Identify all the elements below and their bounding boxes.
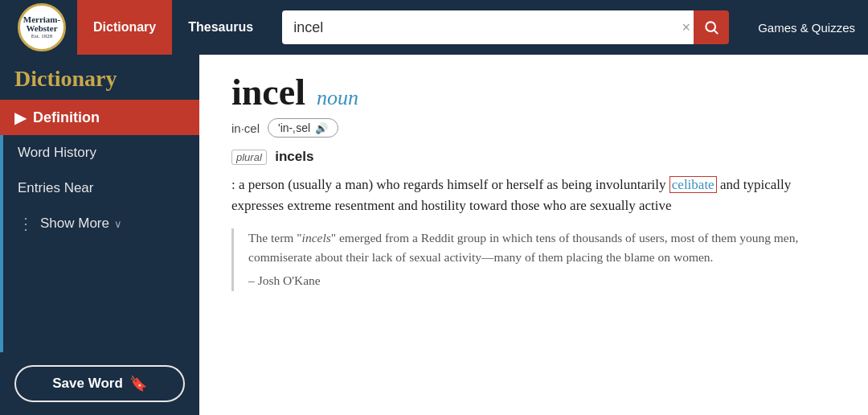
part-of-speech: noun <box>317 86 358 110</box>
definition-arrow-icon: ▶ <box>14 108 27 127</box>
search-button[interactable] <box>694 10 729 44</box>
nav-tab-dictionary[interactable]: Dictionary <box>77 0 172 55</box>
word-title-row: incel noun <box>231 71 836 113</box>
logo-circle: Merriam- Webster Est. 1828 <box>18 3 66 51</box>
svg-line-1 <box>714 31 718 34</box>
quote-attribution: – Josh O'Kane <box>248 271 810 291</box>
syllable-row: in·cel 'in-ˌsel 🔊 <box>231 118 836 138</box>
logo-est: Est. 1828 <box>31 33 52 39</box>
definition-text: : a person (usually a man) who regards h… <box>231 175 826 217</box>
plural-word: incels <box>275 149 313 164</box>
quote-text: The term "incels" emerged from a Reddit … <box>248 228 810 269</box>
sidebar-item-word-history[interactable]: Word History <box>3 135 199 171</box>
search-container: × <box>282 10 729 44</box>
syllable: in·cel <box>231 121 260 135</box>
show-more-label: Show More <box>40 216 109 232</box>
quote-italic-word: incels <box>302 231 331 244</box>
speaker-icon[interactable]: 🔊 <box>315 122 328 134</box>
sidebar-show-more[interactable]: ⋮ Show More ∨ <box>3 206 199 241</box>
show-more-chevron-icon: ∨ <box>114 218 122 230</box>
main-content: incel noun in·cel 'in-ˌsel 🔊 plural ince… <box>199 55 868 415</box>
save-word-button[interactable]: Save Word 🔖 <box>14 365 185 402</box>
pronunciation-text: 'in-ˌsel <box>278 121 310 134</box>
games-quizzes-link[interactable]: Games & Quizzes <box>758 21 855 35</box>
headword: incel <box>231 71 305 113</box>
sidebar-definition-label: Definition <box>33 109 100 126</box>
quote-block: The term "incels" emerged from a Reddit … <box>231 228 810 291</box>
search-clear-button[interactable]: × <box>682 19 691 36</box>
logo: Merriam- Webster Est. 1828 <box>13 3 71 51</box>
sidebar-definition-item[interactable]: ▶ Definition <box>0 100 199 135</box>
nav-tabs: Dictionary Thesaurus <box>77 0 269 55</box>
body-layout: Dictionary ▶ Definition Word History Ent… <box>0 55 868 415</box>
celibate-link[interactable]: celibate <box>669 176 717 193</box>
definition-before-celibate: : a person (usually a man) who regards h… <box>231 177 666 192</box>
pronunciation-badge[interactable]: 'in-ˌsel 🔊 <box>268 118 338 138</box>
plural-label: plural <box>231 150 267 165</box>
sidebar-item-entries-near[interactable]: Entries Near <box>3 171 199 206</box>
sidebar-dictionary-title: Dictionary <box>0 55 199 100</box>
logo-text2: Webster <box>26 24 57 33</box>
plural-row: plural incels <box>231 149 836 165</box>
show-more-dots-icon: ⋮ <box>18 214 34 233</box>
search-input[interactable] <box>282 10 694 44</box>
header: Merriam- Webster Est. 1828 Dictionary Th… <box>0 0 868 55</box>
search-icon <box>703 19 719 35</box>
nav-tab-thesaurus[interactable]: Thesaurus <box>172 0 269 55</box>
save-bookmark-icon: 🔖 <box>129 375 147 392</box>
sidebar: Dictionary ▶ Definition Word History Ent… <box>0 55 199 415</box>
save-word-label: Save Word <box>52 376 123 392</box>
